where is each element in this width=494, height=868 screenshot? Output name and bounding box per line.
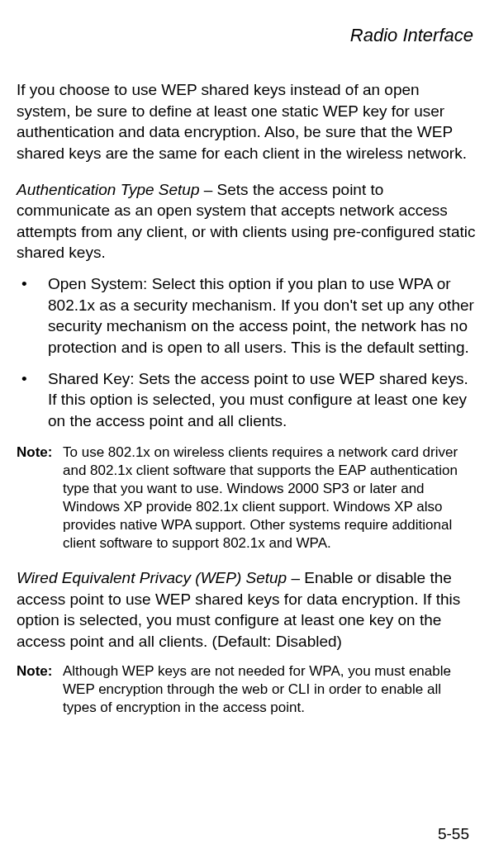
note-block-2: Note: Although WEP keys are not needed f… [17,662,477,717]
intro-paragraph: If you choose to use WEP shared keys ins… [17,79,477,164]
page-number: 5-55 [438,825,469,843]
note-text: Although WEP keys are not needed for WPA… [63,663,451,715]
note-block-1: Note: To use 802.1x on wireless clients … [17,443,477,553]
note-label: Note: [17,662,52,681]
auth-section: Authentication Type Setup – Sets the acc… [17,179,477,264]
bullet-list: Open System: Select this option if you p… [17,273,477,431]
page-header: Radio Interface [17,25,477,46]
list-item: Open System: Select this option if you p… [17,273,477,358]
note-text: To use 802.1x on wireless clients requir… [63,444,458,551]
auth-title: Authentication Type Setup [17,181,199,198]
note-label: Note: [17,443,52,462]
list-item: Shared Key: Sets the access point to use… [17,368,477,432]
wep-section: Wired Equivalent Privacy (WEP) Setup – E… [17,567,477,652]
wep-title: Wired Equivalent Privacy (WEP) Setup [17,569,287,586]
